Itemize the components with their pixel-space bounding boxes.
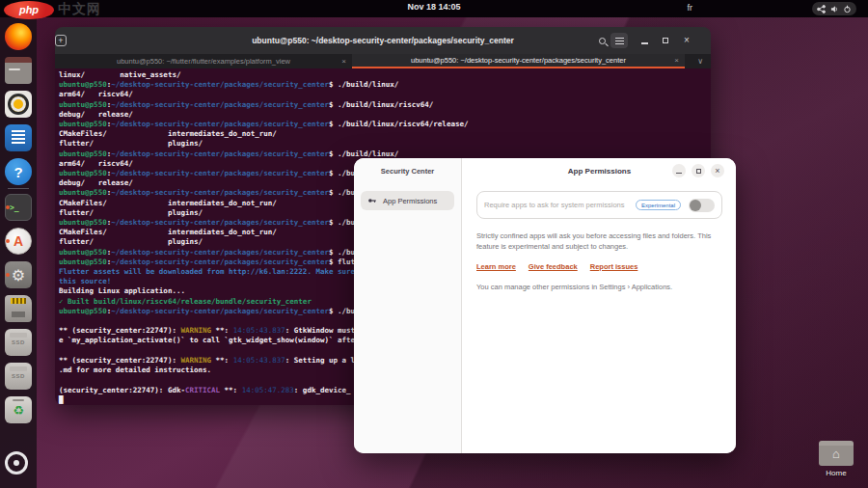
- page-title: App Permissions: [568, 167, 631, 176]
- link-learn-more[interactable]: Learn more: [476, 262, 516, 271]
- dock-divider: [8, 188, 29, 189]
- dock-item-ssd-drive-2[interactable]: SSD: [5, 363, 32, 390]
- terminal-tab-security-center[interactable]: ubuntu@p550: ~/desktop-security-center/p…: [352, 54, 685, 68]
- app-title: Security Center: [354, 167, 461, 176]
- volume-icon: [830, 5, 839, 14]
- dock-item-help[interactable]: ?: [5, 158, 32, 185]
- show-apps-icon: [5, 451, 28, 474]
- permissions-toggle-card: Require apps to ask for system permissio…: [476, 191, 722, 219]
- home-folder-shortcut[interactable]: ⌂ Home: [815, 441, 857, 477]
- dock-item-ssd-drive-1[interactable]: SSD: [5, 329, 32, 356]
- dock-item-files[interactable]: [5, 57, 32, 84]
- terminal-line: ubuntu@p550:~/desktop-security-center/pa…: [59, 100, 711, 110]
- terminal-titlebar[interactable]: + ubuntu@p550: ~/desktop-security-center…: [55, 27, 711, 54]
- sidebar-item-app-permissions[interactable]: App Permissions: [361, 191, 454, 210]
- new-tab-button[interactable]: +: [55, 35, 67, 46]
- terminal-line: debug/ release/: [59, 110, 711, 120]
- terminal-line: ubuntu@p550:~/desktop-security-center/pa…: [59, 120, 711, 129]
- dock-item-terminal[interactable]: >_: [5, 194, 32, 221]
- dock-item-rhythmbox[interactable]: [5, 91, 32, 118]
- dock-item-libreoffice-writer[interactable]: [5, 124, 32, 151]
- permissions-toggle-switch[interactable]: [689, 199, 715, 212]
- dock-item-show-apps[interactable]: [5, 451, 32, 478]
- terminal-line: ubuntu@p550:~/desktop-security-center/pa…: [59, 80, 711, 90]
- terminal-tab-platform-view[interactable]: ubuntu@p550: ~/flutter/flutter/examples/…: [55, 54, 352, 68]
- toggle-knob: [690, 200, 701, 211]
- running-indicator-dot: [6, 205, 10, 209]
- house-icon: ⌂: [832, 447, 840, 461]
- security-center-main: App Permissions × Require apps to ask fo…: [463, 158, 736, 453]
- desktop: Nov 18 14:05 fr php 中文网 ?>_A⚙SSDSSD♻: [0, 0, 868, 488]
- experimental-badge: Experimental: [636, 200, 681, 210]
- terminal-tab-bar: ubuntu@p550: ~/flutter/flutter/examples/…: [55, 54, 711, 68]
- home-folder-label: Home: [815, 469, 857, 477]
- terminal-line: CMakeFiles/ intermediates_do_not_run/: [59, 129, 711, 139]
- window-maximize-button[interactable]: [692, 164, 705, 177]
- clock[interactable]: Nov 18 14:05: [407, 2, 460, 12]
- firefox-icon: [5, 23, 32, 50]
- terminal-line: flutter/ plugins/: [59, 139, 711, 149]
- php-logo: php: [4, 1, 54, 19]
- dock-item-app-center[interactable]: A: [5, 228, 32, 255]
- php-cn-watermark: php 中文网: [4, 0, 101, 19]
- ssd-drive-1-icon: SSD: [5, 329, 32, 356]
- menu-icon[interactable]: [610, 33, 628, 48]
- tab-list-chevron-down-icon[interactable]: ∨: [697, 57, 703, 66]
- link-give-feedback[interactable]: Give feedback: [529, 262, 578, 271]
- sidebar-item-label: App Permissions: [383, 197, 437, 205]
- terminal-line: arm64/ riscv64/: [59, 90, 711, 99]
- rhythmbox-icon: [5, 91, 32, 118]
- security-center-window: Security Center App Permissions App Perm…: [354, 158, 736, 453]
- libreoffice-writer-icon: [5, 124, 32, 151]
- terminal-window-title: ubuntu@p550: ~/desktop-security-center/p…: [252, 36, 514, 45]
- trash-icon: ♻: [5, 396, 32, 423]
- dock-item-sd-card[interactable]: [5, 295, 32, 322]
- permissions-links: Learn moreGive feedbackReport issues: [476, 262, 722, 271]
- top-bar: Nov 18 14:05 fr: [0, 0, 868, 17]
- footnote: You can manage other permissions in Sett…: [476, 283, 722, 291]
- security-center-sidebar: Security Center App Permissions: [354, 158, 462, 453]
- window-close-button[interactable]: ×: [711, 164, 724, 177]
- power-icon: [843, 5, 852, 14]
- sd-card-icon: [5, 295, 32, 322]
- feature-description: Strictly confined apps will ask you befo…: [476, 231, 722, 252]
- key-icon: [367, 196, 377, 205]
- dock-item-settings[interactable]: ⚙: [5, 261, 32, 288]
- terminal-maximize-button[interactable]: [659, 34, 672, 47]
- running-indicator-dot: [6, 273, 10, 277]
- tab-close-icon[interactable]: ×: [341, 57, 346, 66]
- terminal-minimize-button[interactable]: [637, 34, 651, 47]
- toggle-label: Require apps to ask for system permissio…: [484, 201, 636, 209]
- keyboard-layout-indicator[interactable]: fr: [688, 3, 693, 13]
- terminal-close-button[interactable]: ×: [680, 34, 693, 47]
- terminal-line: linux/ native_assets/: [59, 70, 711, 80]
- search-icon[interactable]: [595, 34, 609, 47]
- tab-close-icon[interactable]: ×: [674, 56, 679, 65]
- dock-item-firefox[interactable]: [5, 23, 32, 50]
- files-icon: [5, 57, 32, 84]
- watermark-text: 中文网: [58, 1, 101, 18]
- link-report-issues[interactable]: Report issues: [590, 262, 638, 271]
- ssd-drive-2-icon: SSD: [5, 363, 32, 390]
- running-indicator-dot: [6, 239, 10, 243]
- dock: ?>_A⚙SSDSSD♻: [0, 17, 37, 488]
- help-icon: ?: [5, 158, 32, 185]
- dock-item-trash[interactable]: ♻: [5, 396, 32, 423]
- system-tray[interactable]: [812, 2, 856, 15]
- window-minimize-button[interactable]: [672, 164, 686, 177]
- network-icon: [817, 5, 826, 14]
- folder-icon: ⌂: [819, 441, 854, 466]
- security-center-headerbar[interactable]: App Permissions ×: [463, 158, 736, 187]
